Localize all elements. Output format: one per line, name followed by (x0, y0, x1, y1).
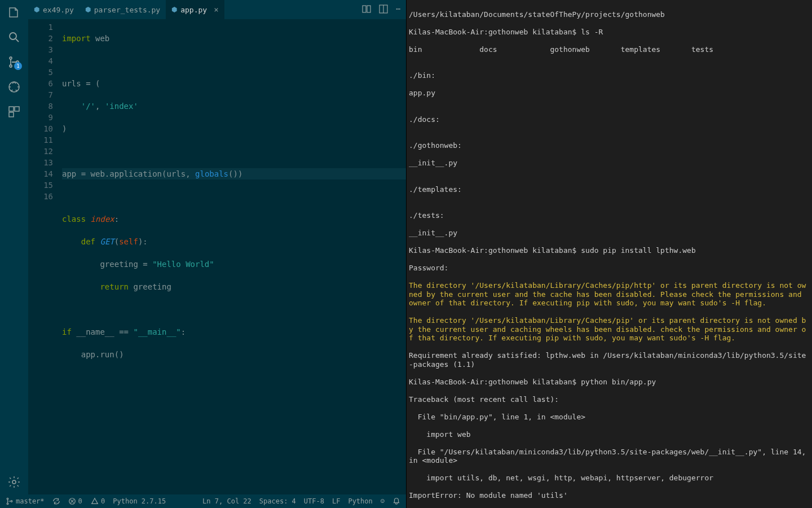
line-number-gutter: 12345678910111213141516 (28, 19, 62, 508)
editor-pane: ⬢ex49.py ⬢parser_tests.py ⬢app.py× ⋯ 123… (28, 0, 406, 508)
terminal-line: app.py (409, 89, 810, 98)
svg-rect-7 (9, 112, 14, 117)
indentation[interactable]: Spaces: 4 (259, 497, 296, 505)
python-file-icon: ⬢ (85, 6, 91, 14)
tab-app[interactable]: ⬢app.py× (166, 0, 224, 19)
terminal-line: Requirement already satisfied: lpthw.web… (409, 351, 810, 369)
activity-bar: 1 (0, 0, 28, 508)
tab-label: parser_tests.py (94, 6, 160, 14)
terminal-line: ImportError: No module named 'utils' (409, 491, 810, 500)
terminal-line: bin docs gothonweb templates tests (409, 45, 810, 54)
sync-icon[interactable] (52, 497, 60, 505)
terminal-line: __init__.py (409, 159, 810, 168)
terminal-line: Kilas-MacBook-Air:gothonweb kilataban$ p… (409, 378, 810, 387)
tab-label: ex49.py (43, 6, 74, 14)
terminal-line: __init__.py (409, 229, 810, 238)
scm-badge: 1 (14, 62, 22, 70)
status-bar: master* 0 0 Python 2.7.15 Ln 7, Col 22 S… (0, 494, 406, 508)
terminal-line: ./bin: (409, 71, 810, 80)
terminal-warning: The directory '/Users/kilataban/Library/… (409, 316, 810, 343)
terminal-line: import utils, db, net, wsgi, http, webap… (409, 474, 810, 483)
settings-gear-icon[interactable] (7, 475, 21, 489)
git-branch[interactable]: master* (6, 497, 45, 505)
language-mode[interactable]: Python (348, 497, 372, 505)
minimap[interactable] (370, 20, 404, 65)
tab-actions: ⋯ (362, 5, 406, 15)
tab-parser-tests[interactable]: ⬢parser_tests.py (80, 0, 166, 19)
encoding[interactable]: UTF-8 (304, 497, 324, 505)
svg-point-0 (10, 33, 16, 40)
explorer-icon[interactable] (7, 6, 21, 19)
eol[interactable]: LF (332, 497, 340, 505)
terminal-line: /Users/kilataban/Documents/stateOfThePy/… (409, 10, 810, 19)
python-file-icon: ⬢ (34, 6, 39, 14)
tab-bar: ⬢ex49.py ⬢parser_tests.py ⬢app.py× ⋯ (28, 0, 406, 19)
svg-rect-9 (363, 6, 366, 12)
terminal-line: File "bin/app.py", line 1, in <module> (409, 413, 810, 422)
more-actions-icon[interactable]: ⋯ (396, 5, 400, 15)
svg-rect-6 (15, 107, 19, 111)
svg-point-2 (10, 65, 12, 67)
terminal-line: Traceback (most recent call last): (409, 395, 810, 404)
tab-ex49[interactable]: ⬢ex49.py (28, 0, 80, 19)
svg-point-12 (7, 498, 8, 500)
problems[interactable]: 0 0 (68, 497, 105, 505)
svg-point-8 (12, 480, 16, 484)
feedback-smiley-icon[interactable]: ☺ (381, 497, 385, 505)
terminal-line: Kilas-MacBook-Air:gothonweb kilataban$ l… (409, 28, 810, 37)
python-version[interactable]: Python 2.7.15 (113, 497, 166, 505)
python-file-icon: ⬢ (171, 6, 177, 14)
svg-rect-5 (9, 107, 14, 111)
debug-icon[interactable] (7, 80, 21, 94)
search-icon[interactable] (7, 30, 21, 44)
svg-rect-10 (367, 6, 370, 12)
terminal-line: Kilas-MacBook-Air:gothonweb kilataban$ s… (409, 246, 810, 255)
svg-point-13 (7, 503, 8, 505)
compare-changes-icon[interactable] (362, 5, 371, 15)
terminal-line: File "/Users/kilataban/miniconda3/lib/py… (409, 448, 810, 465)
split-editor-icon[interactable] (379, 5, 388, 15)
close-tab-icon[interactable]: × (214, 5, 218, 14)
terminal-line: ./gothonweb: (409, 141, 810, 150)
cursor-position[interactable]: Ln 7, Col 22 (202, 497, 251, 505)
terminal-warning: The directory '/Users/kilataban/Library/… (409, 281, 810, 308)
terminal-line: ./docs: (409, 115, 810, 124)
source-control-icon[interactable]: 1 (7, 55, 21, 69)
tab-label: app.py (180, 6, 207, 14)
svg-point-1 (10, 57, 12, 59)
terminal-line: import web (409, 430, 810, 439)
terminal-line: ./templates: (409, 185, 810, 194)
code-content[interactable]: import web urls = ( '/', 'index' ) app =… (62, 19, 406, 508)
code-editor[interactable]: 12345678910111213141516 import web urls … (28, 19, 406, 508)
notifications-bell-icon[interactable] (392, 497, 400, 505)
terminal-line: ./tests: (409, 211, 810, 220)
terminal-line: Password: (409, 264, 810, 273)
terminal-pane[interactable]: /Users/kilataban/Documents/stateOfThePy/… (406, 0, 812, 508)
extensions-icon[interactable] (7, 105, 21, 119)
svg-point-14 (11, 501, 12, 502)
